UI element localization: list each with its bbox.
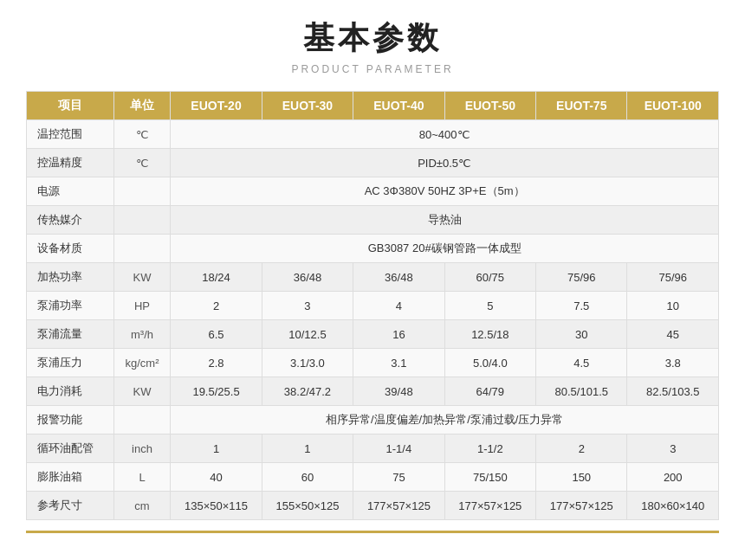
col-header-euot75: EUOT-75: [536, 92, 627, 120]
row-label: 循环油配管: [27, 434, 114, 463]
table-row: 电源AC 3Φ380V 50HZ 3P+E（5m）: [27, 177, 719, 206]
row-cell: 40: [171, 463, 262, 492]
row-label: 泵浦压力: [27, 349, 114, 377]
row-cell: 1: [262, 434, 353, 463]
row-cell: 39/48: [353, 377, 444, 406]
row-span-value: PID±0.5℃: [171, 149, 719, 177]
row-cell: 36/48: [353, 263, 444, 292]
row-cell: 45: [627, 320, 719, 349]
row-cell: 82.5/103.5: [627, 377, 719, 406]
row-label: 设备材质: [27, 235, 114, 263]
row-cell: 1: [171, 434, 262, 463]
row-unit: KW: [113, 263, 171, 292]
col-header-euot100: EUOT-100: [627, 92, 719, 120]
table-row: 报警功能相序异常/温度偏差/加热异常/泵浦过载/压力异常: [27, 406, 719, 434]
row-unit: [113, 177, 171, 206]
row-cell: 80.5/101.5: [536, 377, 627, 406]
row-cell: 150: [536, 463, 627, 492]
row-cell: 155×50×125: [262, 492, 353, 520]
row-cell: 75: [353, 463, 444, 492]
row-unit: [113, 406, 171, 434]
row-span-value: 导热油: [171, 206, 719, 235]
col-header-euot30: EUOT-30: [262, 92, 353, 120]
col-header-单位: 单位: [113, 92, 171, 120]
table-row: 参考尺寸cm135×50×115155×50×125177×57×125177×…: [27, 492, 719, 520]
col-header-euot40: EUOT-40: [353, 92, 444, 120]
row-cell: 4: [353, 292, 444, 320]
row-cell: 177×57×125: [536, 492, 627, 520]
col-header-euot20: EUOT-20: [171, 92, 262, 120]
row-cell: 75/150: [444, 463, 535, 492]
table-row: 传热媒介导热油: [27, 206, 719, 235]
row-cell: 1-1/4: [353, 434, 444, 463]
row-label: 电力消耗: [27, 377, 114, 406]
row-cell: 6.5: [171, 320, 262, 349]
row-label: 泵浦功率: [27, 292, 114, 320]
row-label: 膨胀油箱: [27, 463, 114, 492]
row-cell: 2.8: [171, 349, 262, 377]
row-label: 温控范围: [27, 120, 114, 149]
row-cell: 16: [353, 320, 444, 349]
row-cell: 7.5: [536, 292, 627, 320]
row-cell: 2: [171, 292, 262, 320]
row-cell: 177×57×125: [444, 492, 535, 520]
table-row: 循环油配管inch111-1/41-1/223: [27, 434, 719, 463]
table-row: 控温精度℃PID±0.5℃: [27, 149, 719, 177]
row-label: 控温精度: [27, 149, 114, 177]
row-label: 传热媒介: [27, 206, 114, 235]
row-span-value: 相序异常/温度偏差/加热异常/泵浦过载/压力异常: [171, 406, 719, 434]
row-cell: 135×50×115: [171, 492, 262, 520]
row-label: 加热功率: [27, 263, 114, 292]
row-cell: 60: [262, 463, 353, 492]
row-cell: 30: [536, 320, 627, 349]
row-cell: 4.5: [536, 349, 627, 377]
col-header-euot50: EUOT-50: [444, 92, 535, 120]
row-unit: HP: [113, 292, 171, 320]
row-cell: 60/75: [444, 263, 535, 292]
row-unit: ℃: [113, 149, 171, 177]
row-cell: 3: [262, 292, 353, 320]
page-title: 基本参数: [26, 17, 719, 60]
row-label: 电源: [27, 177, 114, 206]
row-cell: 177×57×125: [353, 492, 444, 520]
row-unit: m³/h: [113, 320, 171, 349]
table-body: 温控范围℃80~400℃控温精度℃PID±0.5℃电源AC 3Φ380V 50H…: [27, 120, 719, 520]
row-unit: [113, 235, 171, 263]
row-unit: L: [113, 463, 171, 492]
row-cell: 5: [444, 292, 535, 320]
table-row: 温控范围℃80~400℃: [27, 120, 719, 149]
product-parameter-table: 项目单位EUOT-20EUOT-30EUOT-40EUOT-50EUOT-75E…: [26, 91, 719, 520]
row-span-value: 80~400℃: [171, 120, 719, 149]
table-row: 加热功率KW18/2436/4836/4860/7575/9675/96: [27, 263, 719, 292]
row-unit: inch: [113, 434, 171, 463]
col-header-item: 项目: [27, 92, 114, 120]
row-cell: 200: [627, 463, 719, 492]
table-row: 设备材质GB3087 20#碳钢管路一体成型: [27, 235, 719, 263]
table-row: 泵浦压力kg/cm²2.83.1/3.03.15.0/4.04.53.8: [27, 349, 719, 377]
page-header: 基本参数 PRODUCT PARAMETER: [26, 17, 719, 75]
row-cell: 3.1: [353, 349, 444, 377]
row-cell: 2: [536, 434, 627, 463]
row-cell: 19.5/25.5: [171, 377, 262, 406]
page-subtitle: PRODUCT PARAMETER: [26, 63, 719, 75]
table-row: 泵浦流量m³/h6.510/12.51612.5/183045: [27, 320, 719, 349]
row-cell: 10/12.5: [262, 320, 353, 349]
row-cell: 75/96: [627, 263, 719, 292]
row-label: 泵浦流量: [27, 320, 114, 349]
row-cell: 1-1/2: [444, 434, 535, 463]
table-header-row: 项目单位EUOT-20EUOT-30EUOT-40EUOT-50EUOT-75E…: [27, 92, 719, 120]
row-cell: 3: [627, 434, 719, 463]
row-cell: 38.2/47.2: [262, 377, 353, 406]
row-cell: 180×60×140: [627, 492, 719, 520]
table-row: 电力消耗KW19.5/25.538.2/47.239/4864/7980.5/1…: [27, 377, 719, 406]
row-unit: kg/cm²: [113, 349, 171, 377]
row-cell: 3.8: [627, 349, 719, 377]
row-label: 报警功能: [27, 406, 114, 434]
row-unit: ℃: [113, 120, 171, 149]
row-cell: 75/96: [536, 263, 627, 292]
row-span-value: AC 3Φ380V 50HZ 3P+E（5m）: [171, 177, 719, 206]
row-cell: 64/79: [444, 377, 535, 406]
row-cell: 5.0/4.0: [444, 349, 535, 377]
bottom-divider: [26, 531, 719, 533]
row-cell: 18/24: [171, 263, 262, 292]
